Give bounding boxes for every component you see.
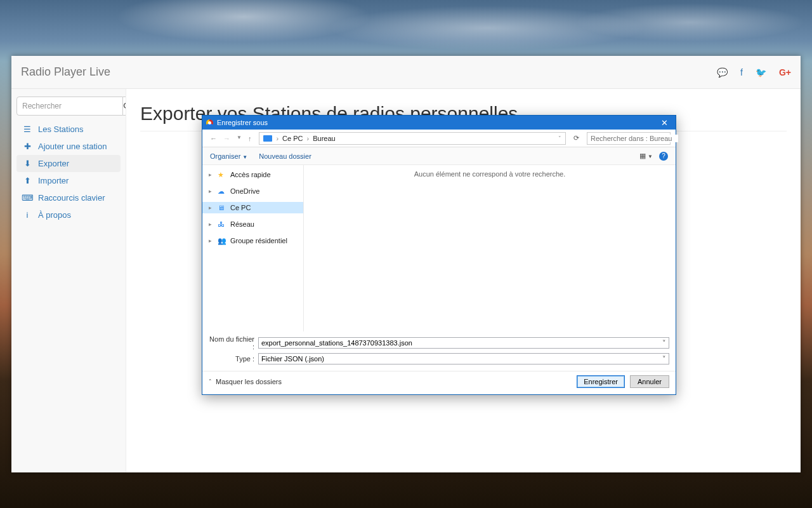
- info-icon: i: [23, 210, 32, 220]
- tree-onedrive[interactable]: ▸ ☁ OneDrive: [202, 185, 303, 197]
- expand-icon[interactable]: ▸: [209, 171, 214, 178]
- tree-label: Accès rapide: [230, 171, 271, 178]
- forward-button[interactable]: →: [221, 135, 233, 142]
- dialog-search[interactable]: [587, 132, 671, 145]
- nav-label: Exporter: [38, 159, 69, 168]
- recent-dropdown[interactable]: ▼: [234, 135, 244, 142]
- tree-homegroup[interactable]: ▸ 👥 Groupe résidentiel: [202, 235, 303, 246]
- nav-stations[interactable]: ☰ Les Stations: [16, 121, 121, 138]
- chevron-down-icon[interactable]: ˅: [662, 355, 666, 363]
- dialog-toolbar: Organiser ▼ Nouveau dossier ▦ ▼ ?: [202, 147, 676, 165]
- twitter-icon[interactable]: 🐦: [756, 67, 766, 77]
- tree-label: Réseau: [230, 220, 254, 228]
- refresh-button[interactable]: ⟳: [571, 134, 582, 142]
- help-button[interactable]: ?: [659, 152, 668, 161]
- organize-menu[interactable]: Organiser ▼: [210, 152, 247, 160]
- cancel-button[interactable]: Annuler: [630, 375, 669, 388]
- filename-combobox[interactable]: ˅: [258, 337, 669, 349]
- tree-this-pc[interactable]: ▸ 🖥 Ce PC: [202, 202, 303, 213]
- path-separator: ›: [276, 135, 278, 142]
- cloud-icon: ☁: [218, 187, 226, 195]
- nav-shortcuts[interactable]: ⌨ Raccourcis clavier: [16, 189, 121, 206]
- path-desktop[interactable]: Bureau: [313, 135, 335, 142]
- filename-input[interactable]: [261, 339, 660, 347]
- expand-icon[interactable]: ▸: [209, 204, 214, 211]
- tree-network[interactable]: ▸ 🖧 Réseau: [202, 218, 303, 230]
- sidebar: ☰ Les Stations ✚ Ajouter une station ⬇ E…: [11, 89, 126, 472]
- nav-label: À propos: [38, 210, 71, 220]
- upload-icon: ⬆: [23, 176, 32, 185]
- tree-label: Ce PC: [230, 204, 251, 211]
- nav-label: Raccourcis clavier: [38, 193, 105, 203]
- nav: ☰ Les Stations ✚ Ajouter une station ⬇ E…: [16, 121, 121, 224]
- file-area[interactable]: Aucun élément ne correspond à votre rech…: [304, 165, 676, 331]
- type-label: Type :: [209, 355, 258, 363]
- monitor-icon: 🖥: [218, 204, 226, 211]
- folder-tree: ▸ ★ Accès rapide ▸ ☁ OneDrive ▸ 🖥 Ce PC …: [202, 165, 304, 331]
- chrome-icon: [206, 119, 213, 126]
- filename-label: Nom du fichier :: [209, 335, 258, 351]
- dialog-fields: Nom du fichier : ˅ Type : ˅: [202, 331, 676, 371]
- star-icon: ★: [218, 171, 226, 178]
- nav-import[interactable]: ⬆ Importer: [16, 172, 121, 189]
- search-field[interactable]: [591, 135, 678, 142]
- tree-label: OneDrive: [230, 187, 259, 195]
- nav-about[interactable]: i À propos: [16, 206, 121, 224]
- list-icon: ☰: [23, 124, 32, 134]
- hide-folders-label: Masquer les dossiers: [216, 378, 282, 385]
- view-menu[interactable]: ▦ ▼: [639, 152, 653, 160]
- nav-label: Importer: [38, 176, 69, 185]
- network-icon: 🖧: [218, 220, 226, 228]
- path-bar[interactable]: › Ce PC › Bureau ˅: [259, 132, 566, 145]
- search-input[interactable]: [16, 97, 123, 116]
- dialog-footer: ˄ Masquer les dossiers Enregistrer Annul…: [202, 371, 676, 394]
- nav-export[interactable]: ⬇ Exporter: [16, 155, 121, 172]
- search-row: [16, 97, 121, 116]
- chevron-down-icon: ▼: [242, 154, 247, 160]
- nav-add-station[interactable]: ✚ Ajouter une station: [16, 138, 121, 155]
- facebook-icon[interactable]: f: [740, 67, 743, 77]
- nav-arrows: ← → ▼ ↑: [207, 135, 254, 142]
- expand-icon[interactable]: ▸: [209, 188, 214, 194]
- social-icons: 💬 f 🐦 G+: [717, 67, 791, 77]
- path-dropdown-icon[interactable]: ˅: [558, 135, 561, 142]
- dialog-titlebar[interactable]: Enregistrer sous ✕: [202, 116, 676, 130]
- expand-icon[interactable]: ▸: [209, 237, 214, 244]
- save-as-dialog: Enregistrer sous ✕ ← → ▼ ↑ › Ce PC › Bur…: [202, 115, 676, 395]
- group-icon: 👥: [218, 237, 226, 244]
- dialog-body: ▸ ★ Accès rapide ▸ ☁ OneDrive ▸ 🖥 Ce PC …: [202, 165, 676, 331]
- empty-message: Aucun élément ne correspond à votre rech…: [414, 170, 565, 178]
- new-folder-button[interactable]: Nouveau dossier: [259, 152, 311, 160]
- save-button[interactable]: Enregistrer: [577, 375, 625, 388]
- close-button[interactable]: ✕: [657, 118, 672, 128]
- keyboard-icon: ⌨: [23, 193, 32, 203]
- chevron-up-icon: ˄: [209, 378, 212, 385]
- googleplus-icon[interactable]: G+: [779, 67, 791, 77]
- type-input[interactable]: [261, 355, 660, 363]
- nav-label: Les Stations: [38, 124, 84, 134]
- up-button[interactable]: ↑: [246, 135, 254, 142]
- comment-icon[interactable]: 💬: [717, 67, 728, 77]
- type-combobox[interactable]: ˅: [258, 353, 669, 364]
- dialog-nav: ← → ▼ ↑ › Ce PC › Bureau ˅ ⟳: [202, 130, 676, 147]
- pc-icon: [263, 135, 272, 142]
- nav-label: Ajouter une station: [38, 142, 107, 151]
- tree-label: Groupe résidentiel: [230, 237, 287, 244]
- chevron-down-icon[interactable]: ˅: [662, 339, 666, 347]
- tree-quick-access[interactable]: ▸ ★ Accès rapide: [202, 169, 303, 180]
- back-button[interactable]: ←: [207, 135, 219, 142]
- path-separator: ›: [307, 135, 310, 142]
- dialog-title: Enregistrer sous: [217, 119, 268, 126]
- topbar: Radio Player Live 💬 f 🐦 G+: [11, 56, 801, 89]
- path-pc[interactable]: Ce PC: [282, 135, 303, 142]
- expand-icon[interactable]: ▸: [209, 221, 214, 227]
- hide-folders-toggle[interactable]: ˄ Masquer les dossiers: [209, 378, 282, 385]
- brand: Radio Player Live: [21, 65, 110, 79]
- download-icon: ⬇: [23, 159, 32, 168]
- plus-icon: ✚: [23, 142, 32, 151]
